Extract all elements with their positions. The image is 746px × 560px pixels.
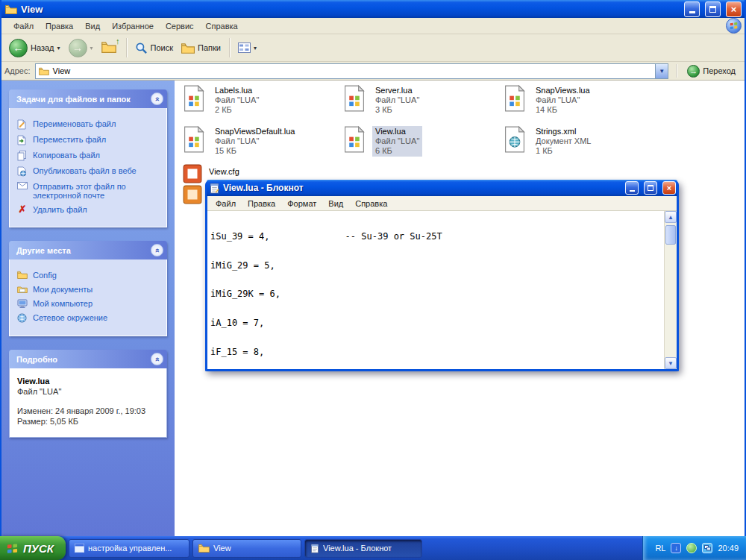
forward-dropdown-icon: ▾ [90, 45, 93, 51]
place-network[interactable]: Сетевое окружение [17, 313, 160, 323]
address-input[interactable]: View ▼ [35, 63, 669, 79]
go-button[interactable]: → Переход [684, 65, 742, 78]
file-tile[interactable]: SnapViews.lua Файл "LUA" 14 КБ [504, 85, 656, 116]
notepad-menubar: Файл Правка Формат Вид Справка [207, 196, 677, 211]
task-move-file[interactable]: Переместить файл [17, 135, 160, 145]
views-dropdown-icon[interactable]: ▾ [254, 45, 257, 51]
notepad-menu-file[interactable]: Файл [210, 198, 242, 210]
lua-file-icon [183, 126, 205, 153]
file-tile[interactable] [183, 185, 202, 204]
place-my-documents[interactable]: Мои документы [17, 285, 160, 294]
file-tasks-header[interactable]: Задачи для файлов и папок » [9, 89, 167, 108]
forward-button[interactable]: → ▾ [66, 37, 96, 59]
minimize-button[interactable] [684, 1, 700, 17]
address-separator [676, 64, 677, 78]
file-tile[interactable]: Strings.xml Документ XML 1 КБ [504, 126, 656, 157]
notepad-menu-view[interactable]: Вид [322, 198, 349, 210]
file-name: Server.lua [375, 86, 419, 95]
notepad-maximize-button[interactable] [644, 181, 657, 195]
file-size: 6 КБ [375, 146, 419, 156]
start-button[interactable]: ПУСК [0, 536, 66, 560]
notepad-minimize-button[interactable] [625, 181, 639, 195]
folder-window-icon [5, 4, 17, 14]
tray-antivirus-icon[interactable] [686, 543, 697, 553]
task-label: Переместить файл [33, 135, 106, 144]
code-line: iMiG_29 = 5, [210, 261, 663, 271]
collapse-chevron-icon[interactable]: » [151, 244, 163, 257]
menu-view[interactable]: Вид [79, 19, 106, 33]
explorer-menubar: Файл Правка Вид Избранное Сервис Справка [1, 18, 745, 34]
views-button[interactable]: ▾ [235, 41, 260, 54]
menu-file[interactable]: Файл [7, 19, 40, 33]
back-dropdown-icon[interactable]: ▾ [57, 45, 60, 51]
tray-update-icon[interactable]: ↓ [671, 543, 681, 553]
taskbar: ПУСК настройка управлен... View View.lua… [0, 536, 746, 560]
scroll-down-icon[interactable]: ▼ [665, 357, 677, 369]
file-tile[interactable]: SnapViewsDefault.lua Файл "LUA" 15 КБ [183, 126, 336, 157]
task-label: Удалить файл [33, 205, 87, 214]
other-places-header[interactable]: Другие места » [9, 241, 167, 259]
taskbar-button-settings[interactable]: настройка управлен... [69, 539, 189, 558]
back-button[interactable]: ← Назад ▾ [6, 37, 63, 59]
search-icon [135, 42, 148, 54]
notepad-menu-help[interactable]: Справка [349, 198, 393, 210]
notepad-menu-edit[interactable]: Правка [242, 198, 281, 210]
taskbar-button-notepad[interactable]: View.lua - Блокнот [304, 539, 422, 558]
task-rename-file[interactable]: Переименовать файл [17, 119, 160, 130]
taskbar-button-view-folder[interactable]: View [192, 539, 301, 558]
network-places-icon [17, 313, 28, 323]
task-publish-file[interactable]: Опубликовать файл в вебе [17, 166, 160, 177]
file-size: 15 КБ [215, 146, 295, 156]
app-window-icon [75, 544, 84, 553]
maximize-button[interactable] [705, 1, 721, 17]
file-tile[interactable]: Server.lua Файл "LUA" 3 КБ [343, 85, 496, 116]
menu-edit[interactable]: Правка [40, 19, 79, 33]
back-arrow-icon: ← [9, 39, 28, 57]
place-my-computer[interactable]: Мой компьютер [17, 299, 160, 308]
notepad-icon [210, 183, 219, 194]
task-email-file[interactable]: Отправить этот файл по электронной почте [17, 182, 160, 200]
folders-label: Папки [198, 43, 221, 52]
menu-help[interactable]: Справка [200, 19, 244, 33]
place-label: Сетевое окружение [33, 313, 107, 322]
language-indicator[interactable]: RL [655, 544, 665, 553]
menu-favorites[interactable]: Избранное [106, 19, 160, 33]
clock[interactable]: 20:49 [718, 544, 739, 553]
scrollbar-thumb[interactable] [665, 225, 676, 245]
file-name: Strings.xml [536, 127, 591, 136]
explorer-titlebar[interactable]: View × [1, 0, 745, 18]
details-header[interactable]: Подробно » [9, 350, 167, 368]
file-tile-selected[interactable]: View.lua Файл "LUA" 6 КБ [343, 126, 496, 157]
scroll-up-icon[interactable]: ▲ [665, 211, 677, 223]
details-modified: Изменен: 24 января 2009 г., 19:03 [17, 406, 159, 416]
folders-button[interactable]: Папки [178, 41, 224, 55]
folder-icon [198, 544, 210, 553]
notepad-titlebar[interactable]: View.lua - Блокнот × [207, 180, 677, 196]
collapse-chevron-icon[interactable]: » [151, 92, 163, 105]
lua-file-icon [183, 85, 205, 112]
taskbar-button-label: View [213, 544, 231, 553]
file-tile[interactable]: Labels.lua Файл "LUA" 2 КБ [183, 85, 336, 116]
code-line: iA_10 = 7, [210, 318, 663, 328]
notepad-close-button[interactable]: × [662, 181, 676, 195]
windows-logo-icon [726, 18, 742, 34]
details-title: Подробно [16, 355, 57, 364]
close-button[interactable]: × [726, 1, 742, 17]
search-button[interactable]: Поиск [132, 40, 176, 56]
address-dropdown-button[interactable]: ▼ [655, 64, 668, 78]
task-pane-sidebar: Задачи для файлов и папок » Переименоват… [1, 81, 175, 536]
vertical-scrollbar[interactable]: ▲ ▼ [664, 211, 677, 369]
up-button[interactable]: ↑ [98, 40, 121, 56]
tray-network-icon[interactable] [702, 543, 712, 553]
menu-tools[interactable]: Сервис [160, 19, 200, 33]
task-copy-file[interactable]: Копировать файл [17, 151, 160, 161]
forward-arrow-icon: → [69, 39, 87, 57]
notepad-menu-format[interactable]: Формат [281, 198, 322, 210]
task-delete-file[interactable]: ✗ Удалить файл [17, 205, 160, 214]
task-label: Копировать файл [33, 151, 100, 160]
file-type: Файл "LUA" [375, 136, 419, 146]
collapse-chevron-icon[interactable]: » [151, 353, 163, 365]
task-label: Переименовать файл [33, 119, 116, 128]
place-config[interactable]: Config [17, 271, 160, 280]
notepad-text-area[interactable]: iSu_39 = 4, -- Su-39 or Su-25T iMiG_29 =… [207, 211, 664, 369]
